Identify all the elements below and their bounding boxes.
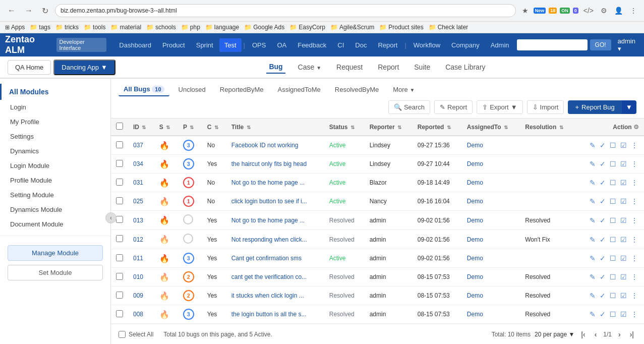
extensions-icon[interactable]: ⚙ xyxy=(599,6,609,16)
assignee-link[interactable]: Demo xyxy=(467,255,483,262)
import-button[interactable]: ⇩ Import xyxy=(527,100,564,114)
gear-icon[interactable]: ⚙ xyxy=(633,124,639,131)
copy-icon[interactable]: ☐ xyxy=(609,178,617,188)
subnav-suite[interactable]: Suite xyxy=(412,61,433,73)
select-all-checkbox[interactable] xyxy=(116,123,123,130)
more-icon[interactable]: ⋮ xyxy=(630,253,639,263)
report-bug-dropdown[interactable]: ▼ xyxy=(622,100,636,114)
bug-title-link[interactable]: cant get the verification co... xyxy=(231,273,307,280)
refresh-button[interactable]: ↻ xyxy=(39,5,51,17)
row-checkbox[interactable] xyxy=(116,179,123,186)
bookmark-material[interactable]: 📁 material xyxy=(110,24,141,31)
resolve-icon[interactable]: ✓ xyxy=(599,159,607,169)
assignee-link[interactable]: Demo xyxy=(467,198,483,205)
back-button[interactable]: ← xyxy=(5,5,18,16)
edit-icon[interactable]: ✎ xyxy=(589,291,597,301)
th-priority[interactable]: P ⇅ xyxy=(178,119,202,136)
th-resolution[interactable]: Resolution ⇅ xyxy=(520,119,575,136)
bookmark-tags[interactable]: 📁 tags xyxy=(30,24,50,31)
bug-title-link[interactable]: it stucks when click login ... xyxy=(231,292,304,299)
link-icon[interactable]: ☑ xyxy=(619,159,628,169)
bug-id-link[interactable]: 012 xyxy=(133,236,143,243)
bug-id-link[interactable]: 009 xyxy=(133,292,143,299)
assignee-link[interactable]: Demo xyxy=(467,217,483,224)
subnav-request[interactable]: Request xyxy=(334,61,365,73)
tab-all-bugs[interactable]: All Bugs 10 xyxy=(119,83,169,96)
nav-admin[interactable]: Admin xyxy=(486,38,514,52)
resolve-icon[interactable]: ✓ xyxy=(599,309,607,319)
tab-assigned-to-me[interactable]: AssignedToMe xyxy=(273,83,326,96)
bug-title-link[interactable]: Facebook ID not working xyxy=(231,142,299,149)
sidebar-item-dynamics-module[interactable]: Dynamics Module xyxy=(0,202,110,217)
copy-icon[interactable]: ☐ xyxy=(609,159,617,169)
assignee-link[interactable]: Demo xyxy=(467,311,483,318)
bug-id-link[interactable]: 037 xyxy=(133,142,143,149)
first-page-button[interactable]: |‹ xyxy=(578,329,588,339)
th-reported[interactable]: Reported ⇅ xyxy=(413,119,462,136)
bug-title-link[interactable]: Cant get confirmation sms xyxy=(231,255,302,262)
nav-product[interactable]: Product xyxy=(157,38,190,52)
th-status[interactable]: Status ⇅ xyxy=(324,119,365,136)
assignee-link[interactable]: Demo xyxy=(467,179,483,186)
more-icon[interactable]: ⋮ xyxy=(630,235,639,245)
tab-unclosed[interactable]: Unclosed xyxy=(173,83,211,96)
ext-0[interactable]: 0 xyxy=(573,8,578,14)
bookmark-php[interactable]: 📁 php xyxy=(181,24,200,31)
more-icon[interactable]: ⋮ xyxy=(630,196,639,206)
link-icon[interactable]: ☑ xyxy=(619,272,628,282)
bug-title-link[interactable]: the haircut only fits big head xyxy=(231,160,307,167)
nav-dashboard[interactable]: Dashboard xyxy=(114,38,156,52)
nav-sprint[interactable]: Sprint xyxy=(191,38,218,52)
subnav-bug[interactable]: Bug xyxy=(266,61,285,74)
prev-page-button[interactable]: ‹ xyxy=(592,329,600,339)
copy-icon[interactable]: ☐ xyxy=(609,196,617,206)
more-icon[interactable]: ⋮ xyxy=(630,178,639,188)
row-checkbox[interactable] xyxy=(116,292,123,299)
ext-new[interactable]: New xyxy=(534,8,546,14)
bookmark-schools[interactable]: 📁 schools xyxy=(146,24,176,31)
th-reporter[interactable]: Reporter ⇅ xyxy=(365,119,413,136)
edit-icon[interactable]: ✎ xyxy=(589,309,597,319)
nav-ci[interactable]: CI xyxy=(332,38,349,52)
report-bug-button[interactable]: + Report Bug xyxy=(568,100,621,114)
bug-id-link[interactable]: 031 xyxy=(133,179,143,186)
bookmark-check-later[interactable]: 📁 Check later xyxy=(429,24,469,31)
sidebar-item-login-module[interactable]: Login Module xyxy=(0,158,110,173)
edit-icon[interactable]: ✎ xyxy=(589,272,597,282)
more-icon[interactable]: ⋮ xyxy=(630,159,639,169)
row-checkbox[interactable] xyxy=(116,310,123,317)
more-icon[interactable]: ⋮ xyxy=(630,140,639,150)
forward-button[interactable]: → xyxy=(22,5,35,16)
link-icon[interactable]: ☑ xyxy=(619,291,628,301)
copy-icon[interactable]: ☐ xyxy=(609,291,617,301)
sidebar-toggle[interactable]: ‹ xyxy=(105,212,116,223)
dancing-app-button[interactable]: Dancing App ▼ xyxy=(53,60,115,75)
footer-select-all-checkbox[interactable] xyxy=(119,331,126,338)
edit-icon[interactable]: ✎ xyxy=(589,215,597,225)
star-icon[interactable]: ★ xyxy=(520,6,531,16)
assignee-link[interactable]: Demo xyxy=(467,292,483,299)
nav-ops[interactable]: OPS xyxy=(247,38,271,52)
copy-icon[interactable]: ☐ xyxy=(609,140,617,150)
edit-icon[interactable]: ✎ xyxy=(589,235,597,245)
manage-module-button[interactable]: Manage Module xyxy=(8,245,103,261)
resolve-icon[interactable]: ✓ xyxy=(599,235,607,245)
row-checkbox[interactable] xyxy=(116,254,123,261)
link-icon[interactable]: ☑ xyxy=(619,253,628,263)
sidebar-item-profile-module[interactable]: Profile Module xyxy=(0,173,110,188)
th-confirmed[interactable]: C ⇅ xyxy=(202,119,226,136)
row-checkbox[interactable] xyxy=(116,197,123,204)
more-icon[interactable]: ⋮ xyxy=(630,215,639,225)
bug-title-link[interactable]: Not responding when click... xyxy=(231,236,307,243)
next-page-button[interactable]: › xyxy=(616,329,623,339)
bug-id-link[interactable]: 008 xyxy=(133,311,143,318)
copy-icon[interactable]: ☐ xyxy=(609,235,617,245)
assignee-link[interactable]: Demo xyxy=(467,142,483,149)
edit-icon[interactable]: ✎ xyxy=(589,253,597,263)
code-icon[interactable]: </> xyxy=(581,6,596,16)
resolve-icon[interactable]: ✓ xyxy=(599,140,607,150)
nav-doc[interactable]: Doc xyxy=(350,38,372,52)
resolve-icon[interactable]: ✓ xyxy=(599,253,607,263)
nav-report[interactable]: Report xyxy=(373,38,402,52)
edit-icon[interactable]: ✎ xyxy=(589,178,597,188)
